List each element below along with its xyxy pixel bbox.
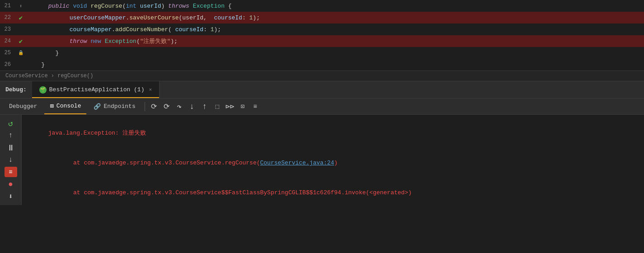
gutter-25: 🔒	[16, 50, 25, 56]
down-side-button[interactable]: ↓	[5, 155, 17, 165]
active-session-tab[interactable]: 🌱 BestPractiseApplication (1) ×	[32, 81, 160, 98]
console-icon: ⊞	[50, 102, 53, 110]
restart-side-button[interactable]: ↺	[5, 118, 17, 129]
console-line-2: at com.javaedge.spring.tx.v3.CourseServi…	[27, 148, 639, 178]
endpoints-tab-label: Endpoints	[103, 103, 135, 110]
console-line-3: at com.javaedge.spring.tx.v3.CourseServi…	[27, 178, 639, 205]
code-line-23: 23 courseMapper.addCourseNumber( courseI…	[0, 23, 644, 35]
step-over-button[interactable]: ↷	[174, 101, 185, 112]
breadcrumb: CourseService › regCourse()	[0, 71, 644, 81]
settings-button[interactable]: ≡	[250, 101, 261, 112]
tab-debugger[interactable]: Debugger	[4, 98, 42, 114]
link-courseservice[interactable]: CourseService.java:24	[260, 159, 334, 166]
gutter-21: ⬆	[16, 3, 25, 9]
up-side-button[interactable]: ↑	[5, 131, 17, 141]
console-area: ↺ ↑ ⏸ ↓ ≡ ● ⬇ java.lang.Exception: 注册失败 …	[0, 115, 644, 205]
debug-tabs-row: Debug: 🌱 BestPractiseApplication (1) ×	[0, 81, 644, 98]
breakpoint-check-24: ✔	[19, 37, 23, 45]
code-content-22: userCourseMapper.saveUserCourse(userId, …	[25, 14, 644, 21]
debugger-toolbar: Debugger ⊞ Console 🔗 Endpoints ⟳ ⟳ ↷ ↓ ↑…	[0, 98, 644, 115]
code-content-21: public void regCourse(int userId) throws…	[25, 0, 644, 16]
resume-button[interactable]: ⟳	[161, 101, 172, 112]
tab-endpoints[interactable]: 🔗 Endpoints	[88, 98, 141, 114]
console-output: java.lang.Exception: 注册失败 at com.javaedg…	[22, 115, 644, 205]
record-button[interactable]: ●	[5, 179, 17, 189]
console-tab-label: Console	[56, 103, 81, 109]
code-content-26: }	[25, 61, 644, 68]
line-number-21: 21	[2, 3, 16, 9]
gutter-22: ✔	[16, 14, 25, 22]
step-into-button[interactable]: ↓	[187, 101, 197, 112]
arrow-up-icon: ⬆	[19, 3, 23, 9]
debug-label: Debug:	[0, 86, 32, 93]
code-line-25: 25 🔒 }	[0, 47, 644, 59]
gutter-24: ✔	[16, 37, 25, 45]
code-content-23: courseMapper.addCourseNumber( courseId: …	[25, 26, 644, 33]
line-number-26: 26	[2, 61, 16, 68]
download-button[interactable]: ⬇	[5, 191, 17, 201]
line-number-24: 24	[2, 38, 16, 44]
pause-button[interactable]: ⏸	[5, 143, 17, 153]
breadcrumb-text: CourseService › regCourse()	[5, 73, 93, 79]
close-tab-button[interactable]: ×	[149, 87, 152, 93]
code-line-26: 26 }	[0, 59, 644, 70]
line-number-22: 22	[2, 14, 16, 21]
stop-button[interactable]: ≡	[5, 167, 17, 177]
breakpoint-check-22: ✔	[19, 14, 23, 22]
line-number-25: 25	[2, 50, 16, 56]
editor-container: 21 ⬆ public void regCourse(int userId) t…	[0, 0, 644, 71]
endpoints-icon: 🔗	[94, 103, 101, 110]
code-line-21: 21 ⬆ public void regCourse(int userId) t…	[0, 0, 644, 12]
evaluate-button[interactable]: ⊡	[237, 101, 248, 112]
stop-icon: ≡	[9, 169, 12, 176]
line-number-23: 23	[2, 26, 16, 33]
code-content-24: throw new Exception("注册失败");	[25, 37, 644, 45]
step-out-button[interactable]: ↑	[199, 101, 210, 112]
run-to-cursor-button[interactable]: ⬚	[212, 101, 223, 112]
skip-button[interactable]: ⊳⊳	[225, 101, 235, 112]
code-line-24: 24 ✔ throw new Exception("注册失败");	[0, 35, 644, 47]
debugger-tab-label: Debugger	[9, 103, 37, 110]
tab-console[interactable]: ⊞ Console	[44, 98, 86, 114]
code-content-25: }	[25, 50, 644, 56]
spring-icon: 🌱	[39, 86, 47, 94]
restart-button[interactable]: ⟳	[149, 101, 160, 112]
console-line-1: java.lang.Exception: 注册失败	[27, 118, 639, 148]
toolbar-separator	[145, 102, 145, 111]
lock-icon: 🔒	[18, 50, 24, 56]
console-side-buttons: ↺ ↑ ⏸ ↓ ≡ ● ⬇	[0, 115, 22, 205]
session-tab-label: BestPractiseApplication (1)	[49, 86, 145, 93]
